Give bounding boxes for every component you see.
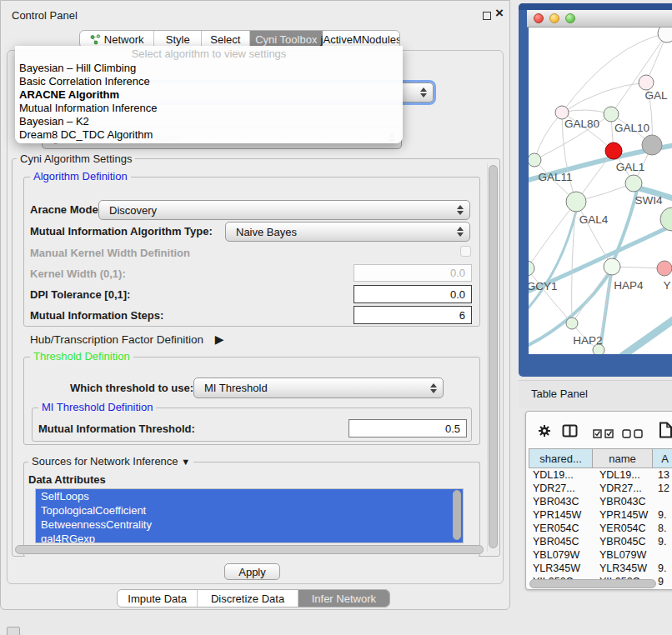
node-gal4[interactable] (566, 192, 586, 212)
node-label: GCY1 (529, 280, 557, 292)
table-hscroll-thumb[interactable] (529, 579, 656, 588)
which-threshold-value: MI Threshold (194, 382, 428, 394)
menu-item[interactable]: Bayesian – Hill Climbing (15, 62, 403, 75)
tab-select[interactable]: Select (202, 31, 250, 48)
threshold-definition-title: Threshold Definition (30, 351, 133, 362)
table-row[interactable]: YLR345W YLR345W 9. (526, 562, 672, 575)
node-red[interactable] (605, 142, 622, 159)
node-gal[interactable] (639, 75, 654, 90)
cell: YBR043C (526, 495, 593, 508)
aracne-mode-label: Aracne Mode: (30, 203, 102, 217)
apply-button[interactable]: Apply (224, 563, 280, 580)
node-label: GAL1 (616, 161, 645, 173)
node-label: HAP2 (573, 334, 602, 347)
tab-infer-network[interactable]: Infer Network (298, 590, 389, 607)
new-table-icon[interactable] (659, 422, 672, 442)
split-columns-icon[interactable] (562, 424, 578, 441)
table-row[interactable]: YDL19... YDL19... 13 (526, 468, 672, 482)
mi-steps-label: Mutual Information Steps: (30, 309, 163, 322)
node-label: GAL11 (538, 171, 572, 183)
settings-vscroll-thumb[interactable] (489, 165, 498, 548)
sources-group-title[interactable]: Sources for Network Inference ▼ (28, 456, 193, 468)
tab-network-label: Network (104, 33, 144, 46)
list-item[interactable]: TopologicalCoefficient (36, 503, 463, 518)
menu-item[interactable]: Basic Correlation Inference (15, 75, 403, 88)
column-header-shared-name[interactable]: shared... (529, 448, 593, 468)
node-gal11[interactable] (529, 153, 541, 167)
column-header-label: A (661, 452, 669, 465)
cell: 9. (653, 535, 672, 548)
node-hap4[interactable] (604, 258, 620, 275)
node-gal1[interactable] (625, 175, 642, 192)
node-right-large[interactable] (660, 208, 672, 231)
zoom-traffic-light[interactable] (565, 13, 575, 23)
mi-steps-field[interactable]: 6 (354, 306, 472, 324)
manual-kernel-width-checkbox[interactable] (460, 246, 471, 257)
table-row[interactable]: YBR043C YBR043C (526, 495, 672, 508)
collapsed-arrow-icon: ▶ (215, 332, 224, 346)
cell: YDR27... (526, 482, 593, 495)
node-gal10[interactable] (604, 107, 619, 122)
cell: 9. (653, 508, 672, 522)
which-threshold-select[interactable]: MI Threshold (193, 378, 444, 398)
column-header-name[interactable]: name (593, 448, 653, 468)
aracne-mode-value: Discovery (99, 204, 454, 217)
mi-threshold-field[interactable]: 0.5 (349, 419, 467, 438)
table-row[interactable]: YBR045C YBR045C 9. (526, 535, 672, 548)
tab-impute-data[interactable]: Impute Data (118, 590, 198, 607)
list-scrollbar[interactable] (453, 490, 461, 540)
node-hap2[interactable] (566, 318, 578, 329)
close-icon[interactable]: × (495, 5, 504, 22)
table-row[interactable]: YDR27... YDR27... 12 (526, 482, 672, 495)
menu-item[interactable]: Bayesian – K2 (15, 115, 403, 128)
cell: YLR345W (526, 562, 593, 575)
mi-algorithm-type-label: Mutual Information Algorithm Type: (30, 225, 213, 238)
gear-icon[interactable] (538, 424, 551, 441)
dpi-tolerance-value: 0.0 (450, 288, 471, 301)
table-row[interactable]: YER054C YER054C 8. (526, 522, 672, 535)
select-all-checkboxes-icon[interactable] (593, 427, 614, 442)
dpi-tolerance-field[interactable]: 0.0 (354, 285, 472, 303)
cell (653, 495, 672, 508)
list-item[interactable]: SelfLoops (36, 489, 463, 503)
algorithm-dropdown-popup: Select algorithm to view settings Bayesi… (15, 46, 403, 143)
node-unlabeled[interactable] (658, 28, 672, 42)
node-gray[interactable] (642, 135, 662, 155)
cell: YBR045C (526, 535, 593, 548)
tab-jactivemnodules[interactable]: jActiveMNodules (323, 31, 399, 48)
column-header-clipped[interactable]: A (653, 448, 672, 468)
menu-item[interactable]: Mutual Information Inference (15, 102, 403, 115)
minimize-traffic-light[interactable] (549, 13, 559, 23)
mi-algorithm-type-select[interactable]: Naive Bayes (225, 222, 470, 242)
aracne-mode-select[interactable]: Discovery (98, 200, 470, 220)
apply-button-label: Apply (238, 566, 266, 578)
data-attributes-label: Data Attributes (28, 473, 106, 487)
table-row[interactable]: YPR145W YPR145W 9. (526, 508, 672, 522)
node-gcy1[interactable] (529, 261, 534, 276)
list-item[interactable]: BetweennessCentrality (36, 518, 463, 532)
tab-discretize-data[interactable]: Discretize Data (198, 590, 298, 607)
menu-item-selected[interactable]: ARACNE Algorithm (15, 88, 403, 102)
node-label: Y (663, 279, 670, 292)
hub-section-header[interactable]: Hub/Transcription Factor Definition ▶ (30, 332, 224, 347)
popup-placeholder: Select algorithm to view settings (15, 46, 403, 62)
cell: YPR145W (526, 508, 593, 522)
cell: 12 (653, 482, 672, 495)
settings-hscroll-thumb[interactable] (15, 545, 484, 554)
sources-group-label: Sources for Network Inference (32, 455, 178, 468)
tab-network[interactable]: Network (80, 31, 154, 48)
menu-item[interactable]: Dream8 DC_TDC Algorithm (15, 128, 403, 142)
data-attributes-list[interactable]: SelfLoops TopologicalCoefficient Between… (35, 488, 464, 543)
table-row[interactable]: YBL079W YBL079W (526, 548, 672, 562)
close-traffic-light[interactable] (534, 13, 544, 23)
deselect-all-checkboxes-icon[interactable] (622, 427, 644, 442)
network-canvas[interactable]: GAL80 GAL10 GAL1 GAL11 SWI4 GAL4 GCY1 HA… (529, 28, 672, 354)
corner-widget[interactable] (7, 627, 20, 635)
tab-cyni-toolbox[interactable]: Cyni Toolbox (250, 31, 323, 48)
list-item[interactable]: gal4RGexp (36, 532, 463, 543)
float-window-icon[interactable] (483, 12, 491, 20)
tab-style[interactable]: Style (154, 31, 202, 48)
node-salmon[interactable] (657, 261, 672, 276)
stepper-arrows-icon (428, 383, 443, 393)
kernel-width-field[interactable]: 0.0 (354, 264, 472, 282)
